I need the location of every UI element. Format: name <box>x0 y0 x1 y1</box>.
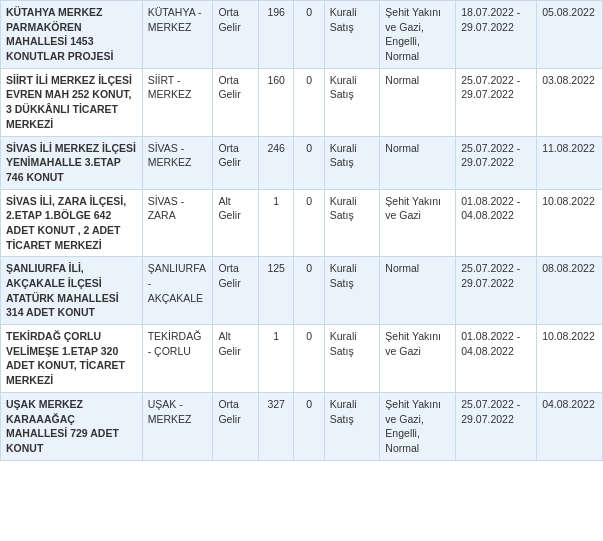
start-cell: 25.07.2022 - 29.07.2022 <box>456 68 537 136</box>
priority-cell: Normal <box>380 257 456 325</box>
table-row: ŞANLIURFA İLİ, AKÇAKALE İLÇESİ ATATÜRK M… <box>1 257 603 325</box>
project-cell: UŞAK MERKEZ KARAAAĞAÇ MAHALLESİ 729 ADET… <box>1 392 143 460</box>
income-cell: Alt Gelir <box>213 325 259 393</box>
count-cell: 1 <box>258 189 293 257</box>
count-cell: 160 <box>258 68 293 136</box>
type-cell: Kurali Satış <box>324 189 380 257</box>
location-cell: SİVAS - MERKEZ <box>142 136 213 189</box>
end-cell: 04.08.2022 <box>537 392 603 460</box>
end-cell: 11.08.2022 <box>537 136 603 189</box>
location-cell: SİİRT - MERKEZ <box>142 68 213 136</box>
count-cell: 125 <box>258 257 293 325</box>
table-row: SİİRT İLİ MERKEZ İLÇESİ EVREN MAH 252 KO… <box>1 68 603 136</box>
income-cell: Alt Gelir <box>213 189 259 257</box>
priority-cell: Normal <box>380 68 456 136</box>
project-cell: KÜTAHYA MERKEZ PARMAKÖREN MAHALLESİ 1453… <box>1 1 143 69</box>
type-cell: Kurali Satış <box>324 257 380 325</box>
end-cell: 05.08.2022 <box>537 1 603 69</box>
type-cell: Kurali Satış <box>324 68 380 136</box>
start-cell: 18.07.2022 - 29.07.2022 <box>456 1 537 69</box>
type-cell: Kurali Satış <box>324 392 380 460</box>
location-cell: UŞAK - MERKEZ <box>142 392 213 460</box>
type-cell: Kurali Satış <box>324 325 380 393</box>
table-row: TEKİRDAĞ ÇORLU VELİMEŞE 1.ETAP 320 ADET … <box>1 325 603 393</box>
location-cell: SİVAS - ZARA <box>142 189 213 257</box>
count-cell: 1 <box>258 325 293 393</box>
type-cell: Kurali Satış <box>324 1 380 69</box>
project-cell: SİVAS İLİ, ZARA İLÇESİ, 2.ETAP 1.BÖLGE 6… <box>1 189 143 257</box>
start-cell: 25.07.2022 - 29.07.2022 <box>456 257 537 325</box>
start-cell: 01.08.2022 - 04.08.2022 <box>456 325 537 393</box>
end-cell: 10.08.2022 <box>537 325 603 393</box>
projects-table: KÜTAHYA MERKEZ PARMAKÖREN MAHALLESİ 1453… <box>0 0 603 461</box>
project-cell: SİİRT İLİ MERKEZ İLÇESİ EVREN MAH 252 KO… <box>1 68 143 136</box>
reserve-cell: 0 <box>294 257 324 325</box>
type-cell: Kurali Satış <box>324 136 380 189</box>
income-cell: Orta Gelir <box>213 257 259 325</box>
income-cell: Orta Gelir <box>213 392 259 460</box>
priority-cell: Şehit Yakını ve Gazi <box>380 325 456 393</box>
count-cell: 327 <box>258 392 293 460</box>
location-cell: TEKİRDAĞ - ÇORLU <box>142 325 213 393</box>
priority-cell: Şehit Yakını ve Gazi, Engelli, Normal <box>380 392 456 460</box>
project-cell: ŞANLIURFA İLİ, AKÇAKALE İLÇESİ ATATÜRK M… <box>1 257 143 325</box>
income-cell: Orta Gelir <box>213 136 259 189</box>
count-cell: 196 <box>258 1 293 69</box>
project-cell: SİVAS İLİ MERKEZ İLÇESİ YENİMAHALLE 3.ET… <box>1 136 143 189</box>
location-cell: KÜTAHYA - MERKEZ <box>142 1 213 69</box>
end-cell: 08.08.2022 <box>537 257 603 325</box>
end-cell: 10.08.2022 <box>537 189 603 257</box>
start-cell: 01.08.2022 - 04.08.2022 <box>456 189 537 257</box>
project-cell: TEKİRDAĞ ÇORLU VELİMEŞE 1.ETAP 320 ADET … <box>1 325 143 393</box>
reserve-cell: 0 <box>294 1 324 69</box>
location-cell: ŞANLIURFA - AKÇAKALE <box>142 257 213 325</box>
reserve-cell: 0 <box>294 68 324 136</box>
priority-cell: Şehit Yakını ve Gazi <box>380 189 456 257</box>
start-cell: 25.07.2022 - 29.07.2022 <box>456 136 537 189</box>
reserve-cell: 0 <box>294 392 324 460</box>
income-cell: Orta Gelir <box>213 68 259 136</box>
table-row: UŞAK MERKEZ KARAAAĞAÇ MAHALLESİ 729 ADET… <box>1 392 603 460</box>
reserve-cell: 0 <box>294 325 324 393</box>
table-row: SİVAS İLİ MERKEZ İLÇESİ YENİMAHALLE 3.ET… <box>1 136 603 189</box>
priority-cell: Şehit Yakını ve Gazi, Engelli, Normal <box>380 1 456 69</box>
table-row: SİVAS İLİ, ZARA İLÇESİ, 2.ETAP 1.BÖLGE 6… <box>1 189 603 257</box>
reserve-cell: 0 <box>294 189 324 257</box>
priority-cell: Normal <box>380 136 456 189</box>
table-row: KÜTAHYA MERKEZ PARMAKÖREN MAHALLESİ 1453… <box>1 1 603 69</box>
start-cell: 25.07.2022 - 29.07.2022 <box>456 392 537 460</box>
income-cell: Orta Gelir <box>213 1 259 69</box>
reserve-cell: 0 <box>294 136 324 189</box>
count-cell: 246 <box>258 136 293 189</box>
end-cell: 03.08.2022 <box>537 68 603 136</box>
